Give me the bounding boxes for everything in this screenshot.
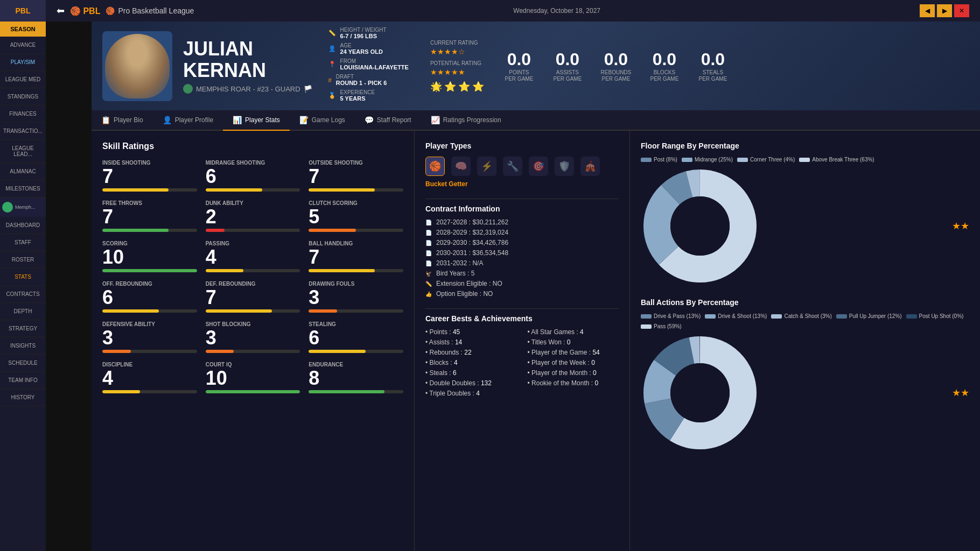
contract-year-1: 2027-2028 : $30,211,262 xyxy=(436,218,508,226)
player-header: JULIAN KERNAN MEMPHIS ROAR - #23 - GUARD… xyxy=(92,22,980,110)
skill-bar-fill xyxy=(206,390,300,393)
sidebar-item-standings[interactable]: STANDINGS xyxy=(0,88,46,105)
career-blocks: • Blocks : 4 xyxy=(425,359,517,366)
skill-bar xyxy=(102,269,197,272)
ball-actions-title: Ball Actions By Percentage xyxy=(641,298,969,307)
tab-player-stats[interactable]: 📊 Player Stats xyxy=(223,110,290,131)
skill-val: 3 xyxy=(206,328,300,348)
sidebar-item-leaguemed[interactable]: LEAGUE MED xyxy=(0,71,46,88)
prev-button[interactable]: ◀ xyxy=(920,4,935,17)
skill-val: 10 xyxy=(206,369,300,388)
sidebar-item-milestones[interactable]: MILESTONES xyxy=(0,180,46,197)
draft-value: ROUND 1 - PICK 6 xyxy=(336,80,387,86)
ball-actions-stars: ★★ xyxy=(952,387,969,399)
divider-2 xyxy=(425,308,619,309)
player-stats: 0.0 POINTSPER GAME 0.0 ASSISTSPER GAME 0… xyxy=(500,50,732,82)
main-area: JULIAN KERNAN MEMPHIS ROAR - #23 - GUARD… xyxy=(92,22,980,551)
sidebar-item-contracts[interactable]: CONTRACTS xyxy=(0,286,46,303)
svg-point-5 xyxy=(670,196,730,256)
current-rating-stars: ★★★★☆ xyxy=(430,47,484,56)
svg-point-12 xyxy=(670,363,730,422)
skill-item-clutch-scoring: CLUTCH SCORING 5 xyxy=(309,200,403,232)
tab-game-logs[interactable]: 📝 Game Logs xyxy=(290,110,355,131)
skill-bar-fill xyxy=(206,229,225,232)
skill-item-scoring: SCORING 10 xyxy=(102,241,197,272)
skill-bar xyxy=(206,390,300,393)
floor-range-donut xyxy=(641,167,759,285)
type-icon-2: 🧠 xyxy=(451,157,471,176)
next-button[interactable]: ▶ xyxy=(937,4,952,17)
skill-bar xyxy=(102,309,197,313)
sidebar-item-history[interactable]: HISTORY xyxy=(0,389,46,406)
sidebar-item-almanac[interactable]: ALMANAC xyxy=(0,163,46,180)
skill-bar-fill xyxy=(309,269,375,272)
tab-bio-label: Player Bio xyxy=(114,116,143,124)
sidebar-item-insights[interactable]: INSIGHTS xyxy=(0,337,46,355)
brand-logo: 🏀 PBL xyxy=(70,6,100,16)
type-icon-6: 🛡️ xyxy=(555,157,574,176)
sidebar-item-strategy[interactable]: STRATEGY xyxy=(0,320,46,337)
skill-bar xyxy=(102,188,197,192)
skill-ratings-title: Skill Ratings xyxy=(102,142,403,151)
skill-val: 5 xyxy=(309,207,403,227)
skill-name: STEALING xyxy=(309,321,403,327)
season-button[interactable]: SEASON xyxy=(0,22,46,37)
career-potm: • Player of the Month : 0 xyxy=(528,369,619,377)
contract-year-4: 2030-2031 : $36,534,548 xyxy=(436,249,508,257)
sidebar-item-teaminfo[interactable]: TEAM INFO xyxy=(0,372,46,389)
stat-rebounds: 0.0 REBOUNDSPER GAME xyxy=(597,50,635,82)
legend-corner3-label: Corner Three (4%) xyxy=(750,157,795,163)
tab-player-profile[interactable]: 👤 Player Profile xyxy=(153,110,223,131)
contract-row-1: 📄 2027-2028 : $30,211,262 xyxy=(425,218,619,226)
skill-bar-fill xyxy=(102,269,197,272)
sidebar-item-finances[interactable]: FINANCES xyxy=(0,105,46,123)
legend-midrange-label: Midrange (25%) xyxy=(695,157,733,163)
legend-pull-up: Pull Up Jumper (12%) xyxy=(836,313,902,319)
skill-val: 6 xyxy=(206,167,300,186)
career-steals: • Steals : 6 xyxy=(425,369,517,377)
bird-icon: 🦅 xyxy=(425,271,432,277)
sidebar-item-schedule[interactable]: SCHEDULE xyxy=(0,355,46,372)
height-label: HEIGHT / WEIGHT xyxy=(340,27,387,33)
sidebar-item-dashboard[interactable]: DASHBOARD xyxy=(0,217,46,234)
sidebar-item-roster[interactable]: ROSTER xyxy=(0,251,46,269)
sidebar-item-playsim[interactable]: PLAY/SIM xyxy=(0,54,46,71)
legend-pass-label: Pass (59%) xyxy=(654,323,682,329)
player-types-title: Player Types xyxy=(425,142,619,150)
player-team: MEMPHIS ROAR - #23 - GUARD 🏳️ xyxy=(183,84,312,94)
current-rating-row: CURRENT RATING ★★★★☆ xyxy=(430,40,484,56)
floor-range-title: Floor Range By Percentage xyxy=(641,142,969,150)
career-points: • Points : 45 xyxy=(425,328,517,336)
exp-label: EXPERIENCE xyxy=(340,89,375,95)
stat-points-label: POINTSPER GAME xyxy=(500,69,538,82)
legend-above3-label: Above Break Three (63%) xyxy=(812,157,874,163)
tab-staff-report[interactable]: 💬 Staff Report xyxy=(355,110,421,131)
sidebar-item-advance[interactable]: ADVANCE xyxy=(0,37,46,54)
tab-player-bio[interactable]: 📋 Player Bio xyxy=(92,110,153,131)
skill-val: 6 xyxy=(102,288,197,307)
sidebar-item-staff[interactable]: STAFF xyxy=(0,234,46,251)
sidebar-item-transactions[interactable]: TRANSACTIO... xyxy=(0,123,46,140)
skill-val: 4 xyxy=(206,248,300,267)
tab-staff-icon: 💬 xyxy=(365,116,374,124)
skill-item-dunk-ability: DUNK ABILITY 2 xyxy=(206,200,300,232)
skill-val: 7 xyxy=(206,288,300,307)
sidebar-item-stats[interactable]: STATS xyxy=(0,269,46,286)
sidebar-item-leagueleaders[interactable]: LEAGUE LEAD... xyxy=(0,140,46,163)
from-label: FROM xyxy=(340,58,409,64)
sidebar-item-depth[interactable]: DEPTH xyxy=(0,303,46,320)
skill-name: BALL HANDLING xyxy=(309,241,403,246)
skill-item-defensive-ability: DEFENSIVE ABILITY 3 xyxy=(102,321,197,353)
app-logo: PBL xyxy=(0,0,46,22)
skill-val: 3 xyxy=(102,328,197,348)
close-button[interactable]: ✕ xyxy=(954,4,969,17)
skill-val: 3 xyxy=(309,288,403,307)
tab-ratings-progression[interactable]: 📈 Ratings Progression xyxy=(421,110,511,131)
player-last-name: KERNAN xyxy=(183,60,312,81)
skill-name: DISCIPLINE xyxy=(102,362,197,368)
skill-bar xyxy=(309,309,403,313)
contract-icon-3: 📄 xyxy=(425,240,432,246)
type-icon-4: 🔧 xyxy=(503,157,522,176)
skill-item-discipline: DISCIPLINE 4 xyxy=(102,362,197,393)
skill-val: 7 xyxy=(102,207,197,227)
